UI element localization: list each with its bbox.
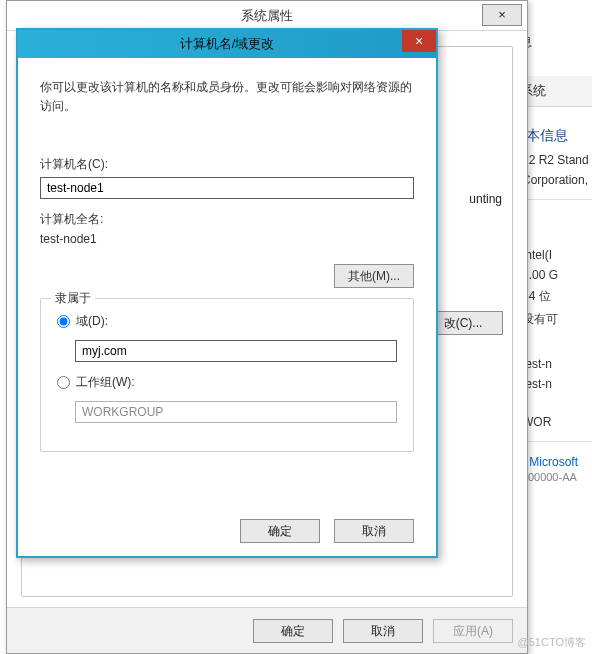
os-corp: Corporation, [522, 173, 592, 187]
domain-input[interactable] [75, 340, 397, 362]
rn-titlebar: 计算机名/域更改 × [18, 30, 436, 58]
workgroup-radio-row[interactable]: 工作组(W): [57, 374, 397, 391]
workgroup-input [75, 401, 397, 423]
sp-titlebar: 系统属性 × [7, 1, 527, 31]
arch: 64 位 [522, 288, 592, 305]
cpu-model: Intel(I [522, 248, 592, 262]
workgroup-value: WOR [522, 415, 592, 429]
computer-name-1: test-n [522, 357, 592, 371]
sp-apply-button: 应用(A) [433, 619, 513, 643]
computer-name-input[interactable] [40, 177, 414, 199]
sp-footer: 确定 取消 应用(A) [7, 607, 527, 653]
rename-domain-dialog: 计算机名/域更改 × 你可以更改该计算机的名称和成员身份。更改可能会影响对网络资… [16, 28, 438, 558]
rn-ok-button[interactable]: 确定 [240, 519, 320, 543]
rn-footer: 确定 取消 [18, 506, 436, 556]
workgroup-radio-label: 工作组(W): [76, 374, 135, 391]
member-of-group: 隶属于 域(D): 工作组(W): [40, 298, 414, 452]
pen-touch: 没有可 [522, 311, 592, 328]
more-button[interactable]: 其他(M)... [334, 264, 414, 288]
computer-name-2: test-n [522, 377, 592, 391]
domain-radio-row[interactable]: 域(D): [57, 313, 397, 330]
member-of-legend: 隶属于 [51, 290, 95, 307]
full-name-value: test-node1 [40, 232, 414, 246]
rn-title: 计算机名/域更改 [18, 30, 436, 58]
workgroup-radio[interactable] [57, 376, 70, 389]
rn-cancel-button[interactable]: 取消 [334, 519, 414, 543]
os-edition: 12 R2 Stand [522, 153, 592, 167]
domain-radio-label: 域(D): [76, 313, 108, 330]
sp-peek-text: unting [469, 192, 502, 206]
sp-close-button[interactable]: × [482, 4, 522, 26]
full-name-label: 计算机全名: [40, 211, 414, 228]
sp-ok-button[interactable]: 确定 [253, 619, 333, 643]
rn-close-button[interactable]: × [402, 30, 436, 52]
sp-title: 系统属性 [7, 1, 527, 31]
cpu-speed: 2.00 G [522, 268, 592, 282]
domain-radio[interactable] [57, 315, 70, 328]
sp-cancel-button[interactable]: 取消 [343, 619, 423, 643]
computer-name-label: 计算机名(C): [40, 156, 414, 173]
rn-description: 你可以更改该计算机的名称和成员身份。更改可能会影响对网络资源的访问。 [40, 78, 414, 116]
